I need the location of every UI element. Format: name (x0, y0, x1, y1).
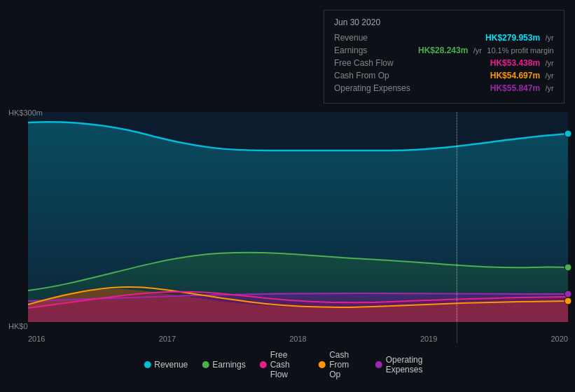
tooltip-row-fcf: Free Cash Flow HK$53.438m /yr (334, 58, 554, 68)
chart-legend: Revenue Earnings Free Cash Flow Cash Fro… (144, 350, 431, 379)
chart-vertical-line (457, 112, 457, 343)
legend-item-cfo[interactable]: Cash From Op (319, 350, 361, 379)
tooltip-label-fcf: Free Cash Flow (334, 58, 418, 68)
legend-item-revenue[interactable]: Revenue (144, 360, 188, 370)
tooltip-value-opex: HK$55.847m (490, 83, 540, 93)
tooltip-unit-revenue: /yr (545, 34, 553, 42)
svg-point-2 (564, 130, 571, 137)
svg-point-3 (564, 264, 571, 271)
x-label-2018: 2018 (289, 335, 306, 343)
legend-item-earnings[interactable]: Earnings (202, 360, 245, 370)
tooltip-row-earnings: Earnings HK$28.243m /yr 10.1% profit mar… (334, 46, 554, 55)
legend-label-cfo: Cash From Op (329, 350, 361, 379)
tooltip-label-opex: Operating Expenses (334, 83, 418, 93)
tooltip-title: Jun 30 2020 (334, 18, 554, 27)
tooltip-value-cfo: HK$54.697m (490, 71, 540, 80)
x-label-2017: 2017 (159, 335, 176, 343)
tooltip-box: Jun 30 2020 Revenue HK$279.953m /yr Earn… (324, 10, 564, 104)
x-label-2020: 2020 (551, 335, 568, 343)
legend-dot-revenue (144, 361, 151, 368)
x-axis: 2016 2017 2018 2019 2020 (28, 335, 568, 343)
x-label-2016: 2016 (28, 335, 45, 343)
legend-dot-cfo (319, 361, 326, 368)
tooltip-row-opex: Operating Expenses HK$55.847m /yr (334, 83, 554, 93)
legend-dot-opex (375, 361, 382, 368)
legend-item-opex[interactable]: Operating Expenses (375, 355, 431, 374)
legend-item-fcf[interactable]: Free Cash Flow (260, 350, 305, 379)
tooltip-sub-earnings: 10.1% profit margin (487, 46, 553, 55)
legend-dot-earnings (202, 361, 209, 368)
tooltip-label-cfo: Cash From Op (334, 71, 418, 80)
tooltip-label-revenue: Revenue (334, 33, 418, 43)
tooltip-value-revenue: HK$279.953m (485, 33, 540, 43)
svg-point-4 (564, 290, 571, 298)
tooltip-value-fcf: HK$53.438m (490, 58, 540, 68)
tooltip-unit-cfo: /yr (545, 71, 553, 80)
svg-point-5 (564, 298, 571, 304)
legend-label-earnings: Earnings (212, 360, 245, 370)
tooltip-label-earnings: Earnings (334, 46, 418, 55)
legend-label-opex: Operating Expenses (386, 355, 431, 374)
legend-label-revenue: Revenue (154, 360, 188, 370)
tooltip-unit-fcf: /yr (545, 59, 553, 67)
legend-dot-fcf (260, 361, 267, 368)
y-label-bottom: HK$0 (8, 322, 28, 330)
chart-container: HK$300m HK$0 Jun 30 2020 Revenue HK$279.… (0, 0, 575, 392)
tooltip-unit-opex: /yr (545, 84, 553, 92)
legend-label-fcf: Free Cash Flow (270, 350, 305, 379)
y-label-top: HK$300m (8, 108, 43, 117)
tooltip-unit-earnings: /yr (473, 46, 482, 55)
tooltip-value-earnings: HK$28.243m (418, 46, 468, 55)
tooltip-row-revenue: Revenue HK$279.953m /yr (334, 33, 554, 43)
x-label-2019: 2019 (420, 335, 437, 343)
tooltip-row-cfo: Cash From Op HK$54.697m /yr (334, 71, 554, 80)
